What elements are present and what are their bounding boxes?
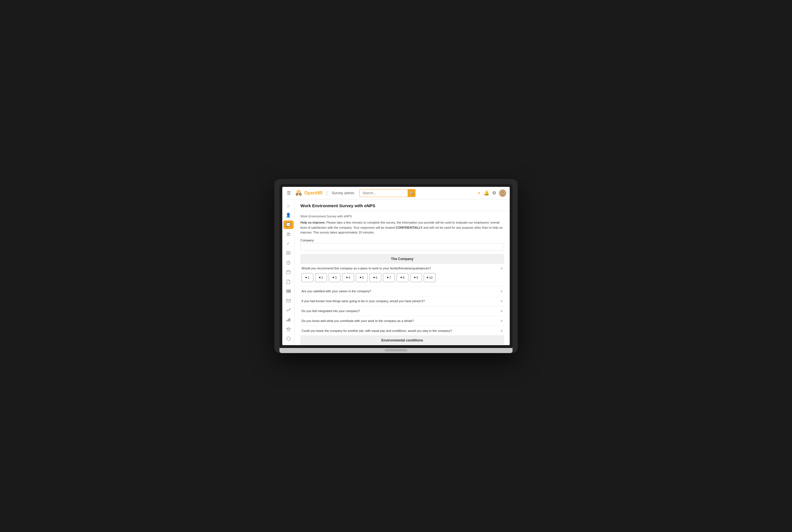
main-content: Work Environment Survey with eNPS Work E… bbox=[295, 199, 510, 345]
app-body: ⌂ 👤 💬 ✓ bbox=[282, 199, 510, 345]
sidebar-item-mail[interactable] bbox=[283, 297, 294, 305]
svg-point-1 bbox=[298, 191, 299, 193]
chevron-up-icon-1: ∧ bbox=[500, 266, 503, 270]
svg-rect-17 bbox=[287, 289, 288, 293]
logo-icon bbox=[295, 189, 303, 197]
svg-point-25 bbox=[287, 328, 288, 329]
rating-btn-4[interactable]: 4 bbox=[342, 273, 354, 282]
question-row-5: Do you know well what you contribute wit… bbox=[300, 316, 504, 326]
svg-rect-19 bbox=[289, 289, 291, 293]
rating-btn-9[interactable]: 9 bbox=[410, 273, 422, 282]
question-row-1: Would you recommend this company as a pl… bbox=[300, 264, 504, 286]
logo-text: OpenHR bbox=[305, 191, 323, 196]
svg-point-6 bbox=[287, 233, 289, 234]
menu-icon[interactable]: ☰ bbox=[286, 189, 292, 197]
sidebar-item-trends[interactable] bbox=[283, 306, 294, 315]
rating-btn-10[interactable]: 10 bbox=[424, 273, 436, 282]
gear-icon[interactable]: ⚙ bbox=[492, 190, 496, 196]
question-row-3: If you had known how things were going t… bbox=[300, 296, 504, 306]
chevron-down-icon-2: ∨ bbox=[500, 289, 503, 293]
page-title: Work Environment Survey with eNPS bbox=[300, 203, 504, 208]
sidebar-item-time[interactable] bbox=[283, 259, 294, 267]
section2-header: Environmental conditions bbox=[300, 336, 504, 345]
rating-btn-7[interactable]: 7 bbox=[383, 273, 395, 282]
search-button[interactable]: 🔍 bbox=[408, 189, 416, 197]
survey-content: Work Environment Survey with eNPS Help u… bbox=[295, 211, 510, 345]
svg-point-26 bbox=[289, 328, 291, 329]
logo: OpenHR bbox=[295, 189, 323, 197]
svg-point-5 bbox=[500, 194, 505, 197]
sidebar-item-messages[interactable]: 💬 bbox=[283, 221, 294, 229]
svg-marker-27 bbox=[287, 337, 290, 341]
svg-point-4 bbox=[501, 191, 504, 194]
sidebar-item-team[interactable] bbox=[283, 230, 294, 239]
company-label: Company: bbox=[300, 239, 504, 242]
svg-point-3 bbox=[299, 193, 301, 195]
svg-point-2 bbox=[296, 193, 298, 195]
rating-btn-1[interactable]: 1 bbox=[301, 273, 313, 282]
sidebar: ⌂ 👤 💬 ✓ bbox=[282, 199, 295, 345]
sidebar-item-profile[interactable]: 👤 bbox=[283, 211, 294, 220]
sidebar-item-people[interactable] bbox=[283, 325, 294, 334]
rating-btn-6[interactable]: 6 bbox=[369, 273, 381, 282]
question-2-header[interactable]: Are you satisfied with your career in th… bbox=[300, 289, 504, 293]
page-header: Work Environment Survey with eNPS bbox=[295, 199, 510, 211]
sidebar-item-documents[interactable] bbox=[283, 278, 294, 286]
question-5-header[interactable]: Do you know well what you contribute wit… bbox=[300, 319, 504, 323]
svg-line-12 bbox=[289, 263, 289, 263]
section1-header: The Company bbox=[300, 254, 504, 264]
sidebar-item-calendar[interactable] bbox=[283, 268, 294, 277]
content-card: Work Environment Survey with eNPS Work E… bbox=[295, 199, 510, 345]
question-4-header[interactable]: Do you feel integrated into your company… bbox=[300, 309, 504, 313]
question-row-7: Is your job comfortable for you? ∨ bbox=[300, 345, 504, 345]
question-6-header[interactable]: Could you leave the company for another … bbox=[300, 329, 504, 333]
chevron-down-icon-5: ∨ bbox=[500, 319, 503, 323]
top-navigation: ☰ OpenHR | Survey bbox=[282, 187, 510, 199]
question-row-2: Are you satisfied with your career in th… bbox=[300, 286, 504, 296]
survey-intro: Help us improve. Please take a few minut… bbox=[300, 220, 504, 235]
question-1-text: Would you recommend this company as a pl… bbox=[301, 267, 500, 270]
rating-btn-3[interactable]: 3 bbox=[329, 273, 340, 282]
question-4-text: Do you feel integrated into your company… bbox=[301, 309, 500, 312]
sidebar-item-library[interactable] bbox=[283, 287, 294, 296]
question-1-header[interactable]: Would you recommend this company as a pl… bbox=[300, 266, 504, 270]
svg-rect-18 bbox=[288, 289, 289, 293]
svg-rect-22 bbox=[288, 319, 289, 321]
question-row-6: Could you leave the company for another … bbox=[300, 326, 504, 336]
chevron-down-icon-6: ∨ bbox=[500, 329, 503, 333]
question-2-text: Are you satisfied with your career in th… bbox=[301, 289, 500, 293]
sidebar-item-tasks[interactable]: ✓ bbox=[283, 240, 294, 248]
rating-btn-5[interactable]: 5 bbox=[356, 273, 368, 282]
question-5-text: Do you know well what you contribute wit… bbox=[301, 319, 500, 323]
laptop-base bbox=[279, 348, 513, 353]
chevron-down-icon-4: ∨ bbox=[500, 309, 503, 313]
search-input[interactable] bbox=[359, 189, 416, 197]
rating-btn-8[interactable]: 8 bbox=[397, 273, 408, 282]
nav-divider: | bbox=[327, 190, 328, 196]
chevron-down-icon-3: ∨ bbox=[500, 299, 503, 303]
question-6-text: Could you leave the company for another … bbox=[301, 329, 500, 332]
svg-rect-13 bbox=[287, 270, 290, 274]
sidebar-item-media[interactable] bbox=[283, 249, 294, 258]
search-area: 🔍 bbox=[359, 189, 416, 197]
sidebar-item-home[interactable]: ⌂ bbox=[283, 202, 294, 210]
app-title: Survey admin bbox=[332, 191, 354, 195]
topnav-actions: ✦ 🔔 ⚙ bbox=[477, 189, 506, 197]
avatar[interactable] bbox=[499, 189, 506, 197]
survey-subtitle: Work Environment Survey with eNPS bbox=[300, 214, 504, 218]
svg-point-7 bbox=[289, 233, 290, 234]
svg-point-24 bbox=[288, 328, 289, 329]
question-row-4: Do you feel integrated into your company… bbox=[300, 306, 504, 316]
question-3-text: If you had known how things were going t… bbox=[301, 299, 500, 303]
rating-btn-2[interactable]: 2 bbox=[315, 273, 327, 282]
svg-marker-9 bbox=[288, 252, 289, 254]
svg-rect-21 bbox=[287, 320, 288, 321]
sun-icon[interactable]: ✦ bbox=[477, 191, 481, 195]
svg-rect-23 bbox=[289, 318, 290, 321]
company-input[interactable] bbox=[300, 243, 504, 250]
question-3-header[interactable]: If you had known how things were going t… bbox=[300, 299, 504, 303]
bell-icon[interactable]: 🔔 bbox=[484, 190, 489, 196]
sidebar-item-hex[interactable] bbox=[283, 335, 294, 343]
rating-row-1: 1 2 3 4 5 6 7 8 9 10 bbox=[300, 270, 504, 283]
sidebar-item-analytics[interactable] bbox=[283, 316, 294, 324]
